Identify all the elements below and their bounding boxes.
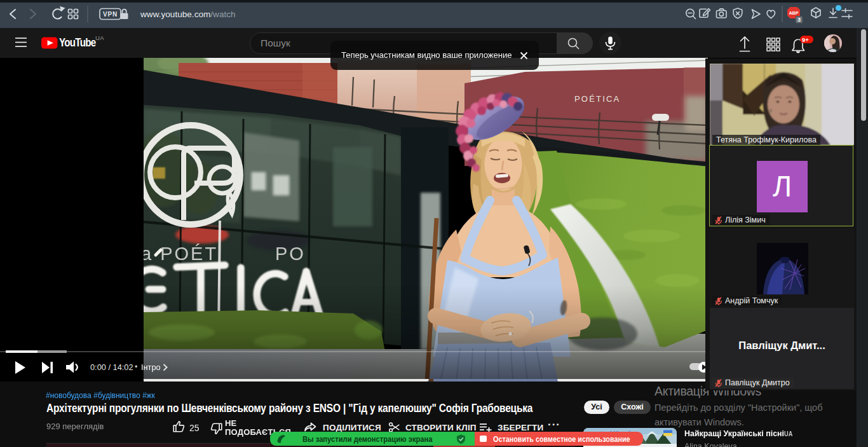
svg-text:www.youtube.com/watch: www.youtube.com/watch: [140, 10, 236, 19]
svg-text:YouTube: YouTube: [59, 36, 96, 50]
svg-text:VPN: VPN: [103, 11, 118, 18]
svg-text:PO: PO: [275, 244, 306, 264]
svg-text:ABP: ABP: [789, 10, 798, 16]
svg-text:UA: UA: [95, 34, 104, 41]
svg-text:POÉTICA: POÉTICA: [574, 94, 620, 104]
svg-text:3: 3: [797, 17, 801, 23]
